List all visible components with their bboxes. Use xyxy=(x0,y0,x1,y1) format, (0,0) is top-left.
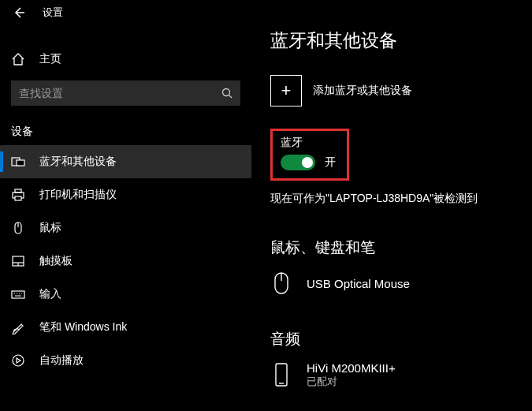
sidebar: 设置 主页 设备 蓝牙和其他设备 打印机和扫描仪 鼠标 xyxy=(0,0,251,411)
sidebar-item-printers[interactable]: 打印机和扫描仪 xyxy=(0,178,251,211)
sidebar-item-label: 输入 xyxy=(39,287,61,301)
page-title: 蓝牙和其他设备 xyxy=(270,28,532,53)
device-status: 已配对 xyxy=(307,375,396,389)
bluetooth-toggle[interactable] xyxy=(281,155,315,170)
sidebar-item-label: 自动播放 xyxy=(39,353,84,368)
touchpad-icon xyxy=(11,254,25,268)
autoplay-icon xyxy=(11,353,25,368)
home-icon xyxy=(11,52,25,66)
svg-point-1 xyxy=(223,89,230,96)
mouse-device-icon xyxy=(270,269,292,297)
keyboard-icon xyxy=(11,287,25,301)
printer-icon xyxy=(11,188,25,202)
bluetooth-toggle-state: 开 xyxy=(325,155,336,170)
svg-rect-6 xyxy=(15,189,21,192)
nav-home-label: 主页 xyxy=(39,52,61,66)
sidebar-item-label: 笔和 Windows Ink xyxy=(39,320,127,334)
device-row-audio[interactable]: HiVi M200MKIII+ 已配对 xyxy=(270,361,532,389)
svg-rect-13 xyxy=(12,291,24,298)
section-mouse-keyboard: 鼠标、键盘和笔 xyxy=(270,237,532,258)
bluetooth-toggle-row: 开 xyxy=(281,155,336,170)
sidebar-item-label: 鼠标 xyxy=(39,221,61,235)
pen-icon xyxy=(11,320,25,334)
window-title: 设置 xyxy=(43,6,63,20)
sidebar-item-mouse[interactable]: 鼠标 xyxy=(0,211,251,245)
sidebar-section-label: 设备 xyxy=(0,112,251,145)
main-panel: 蓝牙和其他设备 + 添加蓝牙或其他设备 蓝牙 开 现在可作为"LAPTOP-LJ… xyxy=(251,0,532,411)
mouse-icon xyxy=(11,221,25,235)
add-device-button[interactable]: + 添加蓝牙或其他设备 xyxy=(270,75,532,106)
sidebar-item-touchpad[interactable]: 触摸板 xyxy=(0,245,251,278)
svg-rect-7 xyxy=(15,196,21,200)
bluetooth-section-label: 蓝牙 xyxy=(281,136,336,150)
bluetooth-devices-icon xyxy=(11,155,25,169)
search-icon xyxy=(221,88,233,99)
device-row-mouse[interactable]: USB Optical Mouse xyxy=(270,269,532,297)
sidebar-item-bluetooth[interactable]: 蓝牙和其他设备 xyxy=(0,145,251,178)
sidebar-item-label: 蓝牙和其他设备 xyxy=(39,155,117,169)
sidebar-item-typing[interactable]: 输入 xyxy=(0,278,251,311)
nav-home[interactable]: 主页 xyxy=(0,44,251,74)
window-header: 设置 xyxy=(0,0,251,25)
back-icon[interactable] xyxy=(11,5,27,21)
plus-icon: + xyxy=(270,75,302,106)
discoverable-text: 现在可作为"LAPTOP-LJ38HD9A"被检测到 xyxy=(270,192,532,206)
bluetooth-toggle-highlight: 蓝牙 开 xyxy=(270,129,349,181)
svg-rect-22 xyxy=(276,364,287,386)
device-name: HiVi M200MKIII+ xyxy=(307,361,396,375)
search-input[interactable] xyxy=(19,87,221,99)
sidebar-item-label: 打印机和扫描仪 xyxy=(39,188,117,202)
sidebar-item-pen[interactable]: 笔和 Windows Ink xyxy=(0,311,251,344)
section-audio: 音频 xyxy=(270,329,532,349)
svg-line-2 xyxy=(229,95,233,99)
sidebar-item-label: 触摸板 xyxy=(39,254,73,268)
add-device-label: 添加蓝牙或其他设备 xyxy=(313,84,412,98)
svg-point-19 xyxy=(13,355,24,366)
device-name: USB Optical Mouse xyxy=(307,277,410,290)
phone-device-icon xyxy=(270,361,292,389)
svg-rect-4 xyxy=(17,160,24,166)
search-box[interactable] xyxy=(11,80,240,106)
sidebar-item-autoplay[interactable]: 自动播放 xyxy=(0,344,251,377)
